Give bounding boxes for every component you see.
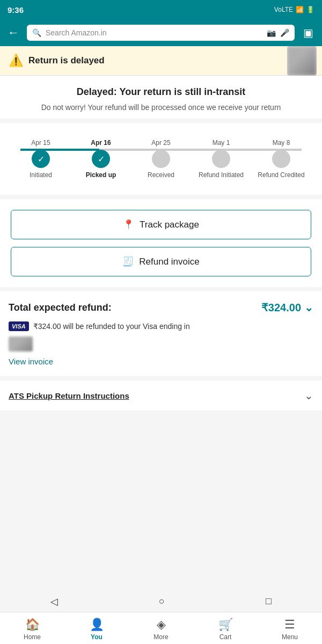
view-invoice-link[interactable]: View invoice <box>9 357 53 366</box>
step-received: Apr 25 Received <box>131 139 191 179</box>
system-home-button[interactable]: ○ <box>159 596 165 608</box>
camera-icon[interactable]: 📷 <box>267 28 276 37</box>
step-label-4: Refund Initiated <box>199 171 244 179</box>
search-bar: ← 🔍 Search Amazon.in 📷 🎤 ▣ <box>0 19 322 46</box>
delayed-description: Do not worry! Your refund will be proces… <box>11 102 311 113</box>
nav-cart-label: Cart <box>219 633 232 641</box>
track-package-label: Track package <box>140 219 199 230</box>
network-indicator: VoLTE <box>274 6 293 13</box>
ats-chevron-icon: ⌄ <box>304 389 313 402</box>
nav-you-label: You <box>91 633 103 641</box>
refund-invoice-button[interactable]: 🧾 Refund invoice <box>11 247 311 276</box>
product-thumbnail <box>287 46 317 76</box>
step-date-4: May 1 <box>213 139 230 147</box>
track-icon: 📍 <box>123 219 134 230</box>
step-label-3: Received <box>148 171 174 179</box>
search-input[interactable]: Search Amazon.in <box>46 28 262 37</box>
step-refund-credited: May 8 Refund Credited <box>251 139 311 179</box>
qr-icon: ▣ <box>303 26 313 39</box>
more-icon: ◈ <box>157 618 166 632</box>
nav-you[interactable]: 👤 You <box>80 618 113 641</box>
step-date-2: Apr 16 <box>91 139 111 147</box>
nav-menu[interactable]: ☰ Menu <box>274 618 306 641</box>
refund-section: Total expected refund: ₹324.00 ⌄ VISA ₹3… <box>0 291 322 380</box>
invoice-icon: 🧾 <box>122 256 134 267</box>
search-right-icons: 📷 🎤 <box>267 28 289 37</box>
card-image-blur <box>9 336 33 352</box>
refund-amount-value: ₹324.00 <box>261 301 301 314</box>
ats-section[interactable]: ATS Pickup Return Instructions ⌄ <box>0 380 322 415</box>
visa-badge: VISA <box>9 321 29 331</box>
refund-card-row: VISA ₹324.00 will be refunded to your Vi… <box>9 321 313 331</box>
search-input-container[interactable]: 🔍 Search Amazon.in 📷 🎤 <box>27 25 295 41</box>
step-circle-4 <box>212 150 230 168</box>
warning-icon: ⚠️ <box>9 54 23 68</box>
back-button[interactable]: ← <box>5 24 21 42</box>
status-time: 9:36 <box>8 5 24 14</box>
status-bar: 9:36 VoLTE 📶 🔋 <box>0 0 322 19</box>
action-buttons-section: 📍 Track package 🧾 Refund invoice <box>0 199 322 291</box>
refund-total-row: Total expected refund: ₹324.00 ⌄ <box>9 301 313 314</box>
timeline: Apr 15 ✓ Initiated Apr 16 ✓ Picked up Ap… <box>11 139 311 179</box>
status-icons: VoLTE 📶 🔋 <box>274 6 314 13</box>
home-icon: 🏠 <box>25 618 40 632</box>
menu-icon: ☰ <box>284 618 295 632</box>
alert-text: Return is delayed <box>28 55 105 66</box>
nav-cart[interactable]: 🛒 Cart <box>209 618 241 641</box>
ats-title: ATS Pickup Return Instructions <box>9 391 129 400</box>
step-date-3: Apr 25 <box>151 139 170 147</box>
step-circle-1: ✓ <box>32 150 50 168</box>
step-date-1: Apr 15 <box>31 139 50 147</box>
delay-info-section: Delayed: Your return is still in-transit… <box>0 76 322 123</box>
step-label-2: Picked up <box>86 171 116 179</box>
battery-icon: 🔋 <box>306 6 314 13</box>
nav-more[interactable]: ◈ More <box>145 618 177 641</box>
step-circle-5 <box>272 150 290 168</box>
search-icon: 🔍 <box>32 28 41 37</box>
track-package-button[interactable]: 📍 Track package <box>11 210 311 239</box>
refund-total-label: Total expected refund: <box>9 302 112 313</box>
step-label-1: Initiated <box>30 171 52 179</box>
nav-home-label: Home <box>24 633 41 641</box>
refund-card-text: ₹324.00 will be refunded to your Visa en… <box>33 322 190 331</box>
system-nav: ◁ ○ □ <box>0 591 322 612</box>
step-circle-2: ✓ <box>92 150 110 168</box>
mic-icon[interactable]: 🎤 <box>280 28 289 37</box>
nav-home[interactable]: 🏠 Home <box>16 618 48 641</box>
system-recent-button[interactable]: □ <box>266 596 272 608</box>
delayed-title: Delayed: Your return is still in-transit <box>11 86 311 98</box>
step-picked-up: Apr 16 ✓ Picked up <box>71 139 131 179</box>
system-back-button[interactable]: ◁ <box>50 596 58 608</box>
refund-invoice-label: Refund invoice <box>139 257 199 267</box>
signal-icon: 📶 <box>296 6 304 13</box>
nav-menu-label: Menu <box>282 633 298 641</box>
refund-amount: ₹324.00 ⌄ <box>261 301 313 314</box>
you-icon: 👤 <box>90 618 104 632</box>
step-refund-initiated: May 1 Refund Initiated <box>191 139 251 179</box>
qr-button[interactable]: ▣ <box>300 24 317 41</box>
alert-banner: ⚠️ Return is delayed <box>0 46 322 76</box>
bottom-nav: 🏠 Home 👤 You ◈ More 🛒 Cart ☰ Menu <box>0 612 322 644</box>
progress-section: Apr 15 ✓ Initiated Apr 16 ✓ Picked up Ap… <box>0 123 322 199</box>
card-image-row <box>9 336 313 352</box>
chevron-down-icon[interactable]: ⌄ <box>304 301 313 314</box>
step-label-5: Refund Credited <box>258 171 304 179</box>
step-initiated: Apr 15 ✓ Initiated <box>11 139 71 179</box>
cart-icon: 🛒 <box>218 618 233 632</box>
step-circle-3 <box>152 150 170 168</box>
step-date-5: May 8 <box>273 139 290 147</box>
nav-more-label: More <box>153 633 168 641</box>
